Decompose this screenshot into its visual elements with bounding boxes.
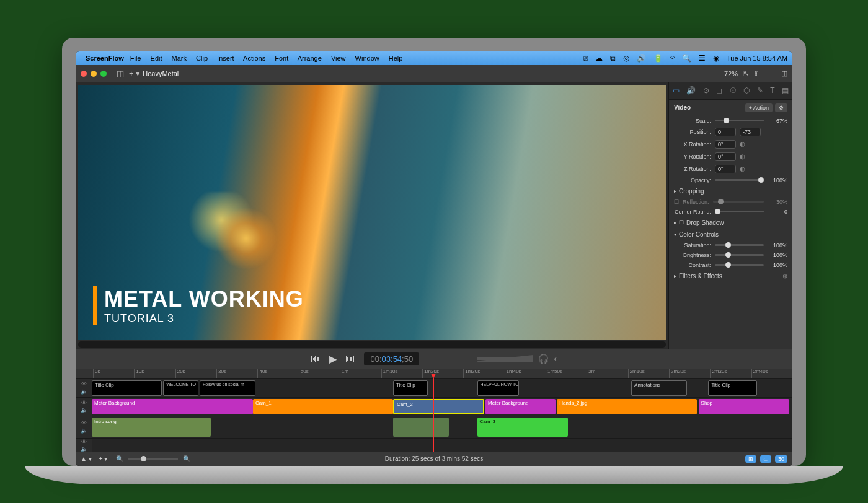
menu-help[interactable]: Help [389,55,403,62]
visibility-icon[interactable]: 👁 [81,400,87,406]
brightness-slider[interactable] [715,254,764,256]
cloud-icon[interactable]: ☁︎ [595,54,603,63]
zoom-slider[interactable] [128,458,178,460]
app-name[interactable]: ScreenFlow [86,55,124,62]
visibility-icon[interactable]: 👁 [81,439,87,445]
volume-slider[interactable] [477,357,533,360]
scale-slider[interactable] [715,120,764,121]
reflection-slider[interactable] [713,201,764,203]
chevron-left-icon[interactable]: ‹ [554,353,557,364]
clip-shop[interactable]: Shop [699,399,790,414]
color-controls-section[interactable]: ▾Color Controls [669,229,792,240]
zoom-out-icon[interactable]: 🔍 [116,455,123,462]
clip-title-2[interactable]: Title Clip [393,380,428,396]
menu-edit[interactable]: Edit [151,55,162,62]
mute-icon[interactable]: 🔈 [81,388,87,395]
contrast-slider[interactable] [715,264,764,266]
zoom-value[interactable]: 72% [724,70,738,77]
filters-section[interactable]: ▸Filters & Effects⊕ [669,270,792,282]
menu-window[interactable]: Window [355,55,379,62]
corner-slider[interactable] [715,211,764,212]
mute-icon[interactable]: 🔈 [81,446,87,452]
clip-howto[interactable]: HELPFUL HOW-TO [477,380,520,396]
fps-badge[interactable]: 30 [775,455,787,463]
clip-cam3[interactable]: Cam_3 [477,418,569,437]
clip-audio-2[interactable] [393,418,449,437]
xrot-dial-icon[interactable]: ◐ [740,141,745,147]
close-window-icon[interactable] [81,71,87,77]
mode-button-1[interactable]: ⊞ [745,455,756,463]
clip-social[interactable]: Follow us on social m [200,380,255,396]
zoom-in-icon[interactable]: 🔍 [183,455,190,462]
wifi-icon[interactable]: ⌔ [670,54,675,63]
panel-toggle-icon[interactable]: ◫ [781,69,787,77]
gear-icon[interactable]: ⚙ [775,103,787,112]
library-tab-icon[interactable]: ▤ [782,86,789,95]
camera-icon[interactable]: ⎚ [583,54,588,63]
zrot-input[interactable] [715,165,736,173]
zrot-dial-icon[interactable]: ◐ [740,165,745,172]
play-button[interactable]: ▶ [329,353,337,365]
search-icon[interactable]: 🔍 [682,54,691,63]
touch-tab-icon[interactable]: ☉ [730,86,737,95]
menu-arrange[interactable]: Arrange [298,55,322,62]
clip-title-3[interactable]: Title Clip [708,380,757,396]
minimize-window-icon[interactable] [91,71,97,77]
text-tab-icon[interactable]: ✎ [757,86,763,95]
forward-button[interactable]: ⏭ [345,353,355,364]
yrot-dial-icon[interactable]: ◐ [740,153,745,160]
clip-title-1[interactable]: Title Clip [92,380,162,396]
mode-button-2[interactable]: ⊂ [760,455,771,463]
opacity-slider[interactable] [715,179,764,181]
visibility-icon[interactable]: 👁 [81,381,87,387]
dropbox-icon[interactable]: ⧉ [610,54,616,63]
cropping-section[interactable]: ▸Cropping [669,185,792,197]
screen-tab-icon[interactable]: ⊙ [703,86,709,95]
clip-annotations[interactable]: Annotations [631,380,687,396]
text2-tab-icon[interactable]: T [770,86,774,95]
menu-insert[interactable]: Insert [217,55,234,62]
dropshadow-section[interactable]: ▸☐ Drop Shadow [669,217,792,229]
menu-mark[interactable]: Mark [172,55,187,62]
visibility-icon[interactable]: 👁 [81,420,87,426]
menu-font[interactable]: Font [275,55,288,62]
clip-cam1[interactable]: Cam_1 [253,399,393,414]
reflection-label[interactable]: Reflection: [683,199,709,205]
menu-clip[interactable]: Clip [196,55,208,62]
add-icon[interactable]: + ▾ [129,69,140,78]
menu-view[interactable]: View [331,55,346,62]
xrot-input[interactable] [715,140,736,149]
share-icon[interactable]: ⇪ [753,69,759,77]
clip-welcome[interactable]: WELCOME TO THE [163,380,198,396]
clip-meter-bg-2[interactable]: Meter Background [485,399,556,414]
volume-icon[interactable]: 🔊 [637,54,646,63]
clip-hands[interactable]: Hands_2.jpg [557,399,697,414]
add-track-icon[interactable]: + ▾ [99,455,108,462]
cc-icon[interactable]: ◎ [623,54,629,63]
audio-tab-icon[interactable]: 🔊 [686,86,696,95]
add-filter-icon[interactable]: ⊕ [782,273,787,279]
control-center-icon[interactable]: ☰ [699,54,706,63]
clip-cam2-selected[interactable]: Cam_2 [393,399,484,414]
siri-icon[interactable]: ◉ [713,54,719,63]
timecode-display[interactable]: 00:03:54;50 [364,352,419,365]
position-x-input[interactable] [715,128,736,136]
mute-icon[interactable]: 🔈 [81,427,87,434]
sidebar-icon[interactable]: ◫ [117,69,124,78]
inspector-tabs[interactable]: ▭ 🔊 ⊙ ◻ ☉ ⬡ ✎ T ▤ [669,82,792,100]
clip-intro-song[interactable]: Intro song [92,418,211,437]
video-tab-icon[interactable]: ▭ [673,86,680,95]
headphones-icon[interactable]: 🎧 [538,354,549,364]
preview-canvas[interactable]: METAL WORKING TUTORIAL 3 [78,85,666,340]
pointer-tool-icon[interactable]: ▲ ▾ [81,455,92,462]
battery-icon[interactable]: 🔋 [653,54,663,63]
canvas-scrollbar[interactable] [78,341,666,348]
add-action-button[interactable]: + Action [745,103,773,112]
app-menus[interactable]: File Edit Mark Clip Insert Actions Font … [130,55,410,62]
clip-meter-bg-1[interactable]: Meter Background [92,399,253,414]
crop-icon[interactable]: ⇱ [743,69,748,77]
menu-actions[interactable]: Actions [243,55,265,62]
callout-tab-icon[interactable]: ◻ [716,86,722,95]
playhead[interactable] [433,378,434,452]
position-y-input[interactable] [740,128,761,136]
